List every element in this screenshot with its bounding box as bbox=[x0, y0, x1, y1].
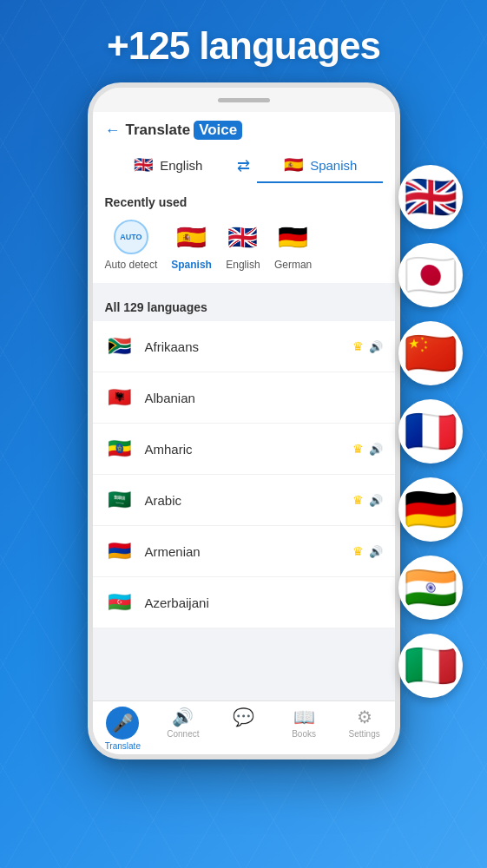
list-item[interactable]: 🇦🇲 Armenian ♛ 🔊 bbox=[93, 526, 395, 577]
float-flag-uk: 🇬🇧 bbox=[398, 165, 463, 229]
voice-icon: 🔊 bbox=[369, 545, 383, 558]
settings-icon: ⚙ bbox=[357, 707, 372, 727]
recently-used-section: Recently used AUTO Auto detect 🇪🇸 Spanis… bbox=[93, 183, 395, 283]
books-icon: 📖 bbox=[293, 707, 315, 727]
swap-languages-button[interactable]: ⇄ bbox=[230, 156, 257, 175]
float-flag-china: 🇨🇳 bbox=[398, 321, 463, 385]
float-flag-italy: 🇮🇹 bbox=[398, 634, 463, 698]
premium-icon: ♛ bbox=[352, 442, 364, 456]
nav-connect-label: Connect bbox=[167, 729, 199, 739]
recently-used-title: Recently used bbox=[105, 195, 383, 209]
nav-chat[interactable]: 💬 bbox=[214, 707, 274, 751]
lang-name-afrikaans: Afrikaans bbox=[145, 339, 352, 354]
nav-translate[interactable]: 🎤 Translate bbox=[93, 707, 154, 751]
app-header: ← Translate Voice 🇬🇧 English ⇄ 🇪🇸 Spanis… bbox=[93, 112, 395, 183]
lang-name-armenian: Armenian bbox=[145, 544, 352, 559]
auto-detect-label: Auto detect bbox=[105, 259, 158, 271]
microphone-icon: 🎤 bbox=[112, 713, 134, 733]
premium-icon: ♛ bbox=[352, 544, 364, 558]
floating-flags-container: 🇬🇧 🇯🇵 🇨🇳 🇫🇷 🇩🇪 🇮🇳 🇮🇹 bbox=[398, 165, 463, 698]
lang-badges-arabic: ♛ 🔊 bbox=[352, 493, 383, 507]
recent-item-english[interactable]: 🇬🇧 English bbox=[226, 220, 260, 271]
float-flag-germany: 🇩🇪 bbox=[398, 477, 463, 542]
list-item[interactable]: 🇦🇱 Albanian bbox=[93, 372, 395, 424]
recent-spanish-label: Spanish bbox=[171, 259, 212, 271]
voice-icon: 🔊 bbox=[369, 443, 383, 456]
recent-items-list: AUTO Auto detect 🇪🇸 Spanish 🇬🇧 English 🇩… bbox=[105, 220, 383, 271]
flag-spanish: 🇪🇸 bbox=[282, 154, 305, 176]
recent-item-german[interactable]: 🇩🇪 German bbox=[274, 220, 312, 271]
flag-recent-english: 🇬🇧 bbox=[226, 220, 260, 254]
float-flag-france: 🇫🇷 bbox=[398, 399, 463, 464]
recent-german-label: German bbox=[274, 259, 312, 271]
lang-from-label: English bbox=[160, 158, 202, 173]
flag-azerbaijani: 🇦🇿 bbox=[105, 588, 135, 617]
all-languages-title: All 129 languages bbox=[93, 290, 395, 321]
lang-badges-amharic: ♛ 🔊 bbox=[352, 442, 383, 456]
bottom-navigation: 🎤 Translate 🔊 Connect 💬 📖 Books ⚙ Settin… bbox=[93, 700, 395, 754]
list-item[interactable]: 🇿🇦 Afrikaans ♛ 🔊 bbox=[93, 321, 395, 372]
phone-speaker bbox=[218, 98, 270, 102]
nav-connect[interactable]: 🔊 Connect bbox=[153, 707, 214, 751]
lang-name-azerbaijani: Azerbaijani bbox=[145, 595, 383, 610]
float-flag-japan: 🇯🇵 bbox=[398, 243, 463, 307]
lang-name-amharic: Amharic bbox=[145, 442, 352, 457]
logo-text-voice: Voice bbox=[194, 121, 242, 140]
nav-translate-label: Translate bbox=[105, 741, 141, 751]
list-item[interactable]: 🇦🇿 Azerbaijani bbox=[93, 577, 395, 628]
hero-title: +125 languages bbox=[0, 24, 487, 68]
voice-icon: 🔊 bbox=[369, 494, 383, 507]
premium-icon: ♛ bbox=[352, 493, 364, 507]
auto-detect-badge: AUTO bbox=[114, 220, 148, 254]
phone-shell: ← Translate Voice 🇬🇧 English ⇄ 🇪🇸 Spanis… bbox=[88, 82, 400, 760]
voice-icon: 🔊 bbox=[369, 340, 383, 353]
lang-badges-armenian: ♛ 🔊 bbox=[352, 544, 383, 558]
header-row: ← Translate Voice bbox=[105, 121, 383, 140]
float-flag-india: 🇮🇳 bbox=[398, 556, 463, 620]
content-area: Recently used AUTO Auto detect 🇪🇸 Spanis… bbox=[93, 183, 395, 700]
flag-armenian: 🇦🇲 bbox=[105, 536, 135, 566]
flag-albanian: 🇦🇱 bbox=[105, 383, 135, 412]
lang-from-button[interactable]: 🇬🇧 English bbox=[105, 148, 231, 183]
flag-recent-spanish: 🇪🇸 bbox=[174, 220, 209, 254]
back-button[interactable]: ← bbox=[105, 122, 121, 140]
app-logo: Translate Voice bbox=[126, 121, 243, 140]
flag-afrikaans: 🇿🇦 bbox=[105, 332, 135, 361]
logo-text-translate: Translate bbox=[126, 122, 191, 139]
phone-notch bbox=[93, 88, 395, 112]
lang-to-label: Spanish bbox=[310, 158, 357, 173]
lang-to-button[interactable]: 🇪🇸 Spanish bbox=[257, 148, 383, 183]
list-item[interactable]: 🇸🇦 Arabic ♛ 🔊 bbox=[93, 475, 395, 526]
premium-icon: ♛ bbox=[352, 339, 364, 353]
lang-name-arabic: Arabic bbox=[145, 493, 352, 508]
nav-settings-label: Settings bbox=[349, 729, 380, 739]
lang-badges-afrikaans: ♛ 🔊 bbox=[352, 339, 383, 353]
chat-icon: 💬 bbox=[233, 707, 254, 727]
app-container: ← Translate Voice 🇬🇧 English ⇄ 🇪🇸 Spanis… bbox=[93, 112, 395, 754]
connect-icon: 🔊 bbox=[172, 707, 194, 727]
recent-item-auto[interactable]: AUTO Auto detect bbox=[105, 220, 158, 271]
flag-arabic: 🇸🇦 bbox=[105, 485, 135, 515]
language-selector-row: 🇬🇧 English ⇄ 🇪🇸 Spanish bbox=[105, 148, 383, 183]
recent-item-spanish[interactable]: 🇪🇸 Spanish bbox=[171, 220, 212, 271]
all-languages-section: All 129 languages 🇿🇦 Afrikaans ♛ 🔊 🇦🇱 Al… bbox=[93, 290, 395, 628]
nav-settings[interactable]: ⚙ Settings bbox=[334, 707, 395, 751]
flag-recent-german: 🇩🇪 bbox=[276, 220, 311, 254]
recent-english-label: English bbox=[226, 259, 260, 271]
nav-books[interactable]: 📖 Books bbox=[273, 707, 334, 751]
flag-amharic: 🇪🇹 bbox=[105, 434, 135, 464]
list-item[interactable]: 🇪🇹 Amharic ♛ 🔊 bbox=[93, 424, 395, 475]
nav-books-label: Books bbox=[292, 729, 316, 739]
translate-nav-circle: 🎤 bbox=[106, 707, 139, 740]
flag-english: 🇬🇧 bbox=[132, 154, 155, 176]
lang-name-albanian: Albanian bbox=[145, 391, 383, 405]
